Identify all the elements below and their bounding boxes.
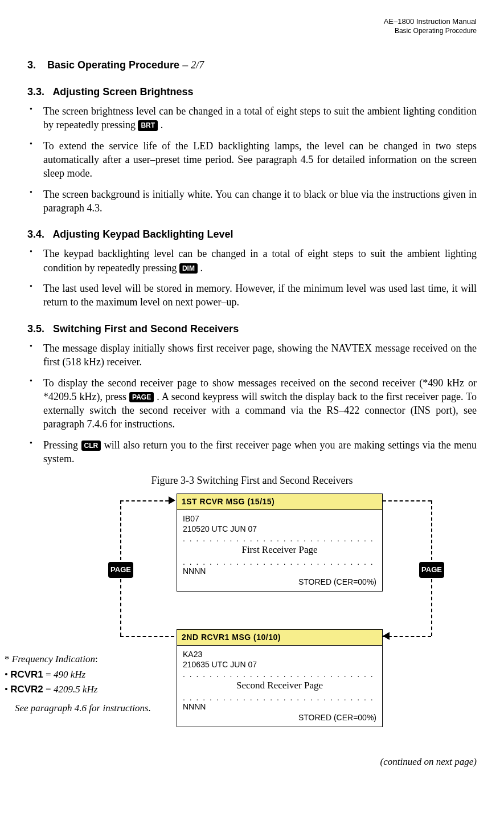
page-keycap-left-icon: PAGE: [108, 562, 133, 578]
dots-row: . . . . . . . . . . . . . . . . . . . . …: [183, 558, 376, 566]
bullet-item: The keypad backlighting level can be cha…: [27, 247, 477, 275]
clr-keycap-icon: CLR: [81, 441, 101, 451]
bullet-item: To display the second receiver page to s…: [27, 376, 477, 431]
bullet-text: The last used level will be stored in me…: [43, 283, 477, 308]
bullets-3-4: The keypad backlighting level can be cha…: [27, 247, 477, 309]
bullet-text: The screen background is initially white…: [43, 189, 477, 214]
equals: =: [43, 684, 54, 695]
page-label: First Receiver Page: [183, 544, 376, 557]
arrow-left-icon: [383, 632, 390, 640]
section-title: Basic Operating Procedure: [47, 59, 179, 71]
equals: =: [43, 669, 54, 680]
stored-status: STORED (CER=00%): [183, 577, 376, 588]
section-name: Basic Operating Procedure: [27, 27, 477, 36]
bullet-text: Pressing: [43, 439, 81, 451]
nnnn: NNNN: [183, 702, 376, 712]
bullet-item: To extend the service life of the LED ba…: [27, 139, 477, 181]
connector-line: [120, 636, 174, 637]
msg-id: IB07: [183, 513, 376, 524]
running-header: AE–1800 Instruction Manual Basic Operati…: [27, 17, 477, 35]
connector-line: [431, 579, 432, 636]
arrow-right-icon: [169, 496, 175, 504]
page-keycap-right-icon: PAGE: [419, 562, 444, 578]
screen-body: IB07 210520 UTC JUN 07 . . . . . . . . .…: [177, 510, 382, 592]
dots-row: . . . . . . . . . . . . . . . . . . . . …: [183, 670, 376, 678]
freq-label: Frequency Indication: [12, 654, 95, 664]
page-keycap-icon: PAGE: [129, 392, 154, 402]
screen-body: KA23 210635 UTC JUN 07 . . . . . . . . .…: [177, 646, 382, 727]
bullet-text: To extend the service life of the LED ba…: [43, 140, 477, 180]
section-dash: –: [182, 59, 188, 71]
bullet-text: The keypad backlighting level can be cha…: [43, 248, 477, 273]
subhead-num: 3.3.: [27, 86, 44, 97]
colon: :: [95, 654, 98, 664]
bullet-item: Pressing CLR will also return you to the…: [27, 438, 477, 466]
screen-title: 2ND RCVR1 MSG (10/10): [177, 630, 382, 646]
see-paragraph: See paragraph 4.6 for instructions.: [5, 702, 153, 715]
rcvr1-label: RCVR1: [10, 669, 43, 680]
connector-line: [120, 579, 121, 636]
subhead-title: Adjusting Keypad Backlighting Level: [52, 229, 233, 240]
subhead-title: Adjusting Screen Brightness: [52, 86, 193, 97]
rcvr1-line: • RCVR1 = 490 kHz: [5, 668, 153, 682]
connector-line: [120, 500, 121, 560]
bullet-item: The message display initially shows firs…: [27, 341, 477, 369]
bullet-text-tail: will also return you to the first receiv…: [43, 439, 477, 464]
dots-row: . . . . . . . . . . . . . . . . . . . . …: [183, 535, 376, 543]
rcvr1-value: 490 kHz: [54, 669, 85, 680]
bullet-item: The last used level will be stored in me…: [27, 282, 477, 309]
bullet-text: The message display initially shows firs…: [43, 342, 477, 368]
bullet-text-tail: .: [161, 119, 163, 131]
connector-line: [383, 636, 431, 637]
page-label: Second Receiver Page: [183, 679, 376, 692]
continued-note: (continued on next page): [27, 756, 477, 769]
bullet-text: The screen brightness level can be chang…: [43, 105, 477, 131]
footnote-heading: * Frequency Indication:: [5, 653, 153, 666]
figure-3-3: PAGE PAGE 1ST RCVR MSG (15/15) IB07 2105…: [27, 494, 477, 750]
subhead-num: 3.5.: [27, 323, 44, 335]
subhead-3-4: 3.4. Adjusting Keypad Backlighting Level: [27, 227, 477, 241]
connector-line: [383, 500, 431, 501]
stored-status: STORED (CER=00%): [183, 712, 376, 723]
rcvr2-value: 4209.5 kHz: [54, 684, 97, 695]
bullet-item: The screen brightness level can be chang…: [27, 104, 477, 132]
bullets-3-3: The screen brightness level can be chang…: [27, 104, 477, 215]
subhead-title: Switching First and Second Receivers: [53, 323, 239, 335]
brt-keycap-icon: BRT: [138, 120, 158, 131]
bullet-text-tail: .: [200, 262, 203, 274]
section-pagefrac: 2/7: [191, 59, 204, 71]
screen-title: 1ST RCVR MSG (15/15): [177, 494, 382, 510]
dots-row: . . . . . . . . . . . . . . . . . . . . …: [183, 694, 376, 702]
nnnn: NNNN: [183, 566, 376, 577]
bullets-3-5: The message display initially shows firs…: [27, 341, 477, 466]
connector-line: [431, 500, 432, 560]
figure-caption: Figure 3-3 Switching First and Second Re…: [27, 474, 477, 487]
msg-id: KA23: [183, 649, 376, 660]
msg-timestamp: 210520 UTC JUN 07: [183, 524, 376, 535]
msg-timestamp: 210635 UTC JUN 07: [183, 659, 376, 670]
rcvr2-line: • RCVR2 = 4209.5 kHz: [5, 683, 153, 696]
frequency-footnote: * Frequency Indication: • RCVR1 = 490 kH…: [5, 653, 153, 716]
section-number: 3.: [27, 59, 36, 71]
doc-title: AE–1800 Instruction Manual: [27, 17, 477, 27]
asterisk: *: [5, 654, 10, 664]
first-receiver-screen: 1ST RCVR MSG (15/15) IB07 210520 UTC JUN…: [177, 494, 383, 592]
rcvr2-label: RCVR2: [10, 684, 43, 695]
dim-keycap-icon: DIM: [179, 263, 198, 274]
bullet-item: The screen background is initially white…: [27, 187, 477, 215]
section-heading: 3. Basic Operating Procedure – 2/7: [27, 58, 477, 72]
connector-line: [120, 500, 174, 501]
subhead-num: 3.4.: [27, 229, 44, 240]
subhead-3-3: 3.3. Adjusting Screen Brightness: [27, 85, 477, 99]
subhead-3-5: 3.5. Switching First and Second Receiver…: [27, 322, 477, 336]
second-receiver-screen: 2ND RCVR1 MSG (10/10) KA23 210635 UTC JU…: [177, 629, 383, 727]
